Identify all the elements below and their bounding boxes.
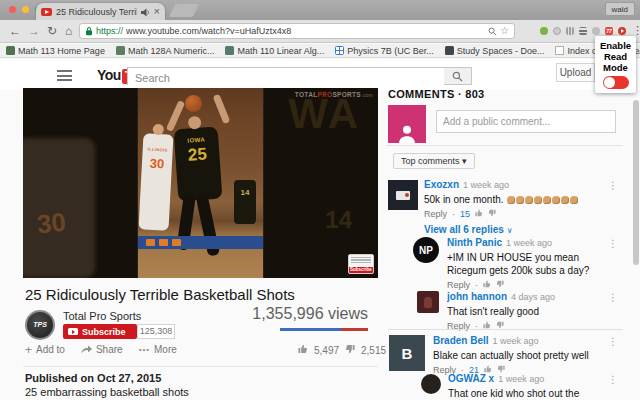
dislike-bar-segment bbox=[341, 328, 368, 331]
subscribe-label: Subscribe bbox=[82, 327, 126, 337]
comment-author[interactable]: john hannon bbox=[447, 291, 507, 302]
sort-comments-button[interactable]: Top comments ▾ bbox=[393, 153, 475, 169]
illinois-player: ILLINOIS 30 bbox=[139, 133, 174, 230]
toggle-knob bbox=[604, 77, 615, 88]
comment-time[interactable]: 1 week ago bbox=[463, 180, 509, 190]
bookmark-item[interactable]: Physics 7B (UC Ber... bbox=[335, 46, 434, 56]
channel-avatar[interactable]: TPS bbox=[25, 310, 55, 340]
clap-emoji-icon bbox=[561, 196, 569, 204]
close-window-button[interactable] bbox=[9, 6, 16, 13]
extension-icon[interactable] bbox=[553, 27, 561, 35]
profile-name-chip[interactable]: wald bbox=[605, 2, 635, 16]
extension-icon[interactable]: 77 bbox=[605, 27, 613, 35]
lock-icon bbox=[85, 22, 93, 40]
bookmark-star-icon[interactable]: ☆ bbox=[500, 26, 509, 36]
reload-icon[interactable]: ↻ bbox=[47, 23, 57, 39]
commenter-avatar[interactable]: NP bbox=[413, 237, 439, 263]
search-input[interactable] bbox=[128, 70, 444, 86]
comment-author[interactable]: Ninth Panic bbox=[447, 237, 502, 248]
comment-author[interactable]: Braden Bell bbox=[433, 335, 489, 346]
iowa-player: IOWA 25 bbox=[174, 127, 223, 202]
clap-emoji-icon bbox=[516, 196, 524, 204]
back-icon[interactable]: ← bbox=[9, 23, 21, 39]
logo-you-text: You bbox=[97, 67, 121, 83]
comment-author[interactable]: OGWAZ x bbox=[448, 373, 494, 384]
divider bbox=[386, 145, 623, 146]
extension-icon[interactable] bbox=[540, 27, 548, 35]
reply-button[interactable]: Reply bbox=[447, 321, 470, 332]
tab-audio-icon[interactable] bbox=[141, 3, 150, 21]
like-ratio-bar bbox=[280, 328, 368, 331]
thumbs-down-icon[interactable] bbox=[488, 209, 496, 220]
popup-label: Mode bbox=[597, 62, 634, 73]
bookmark-label: Study Spaces - Doe... bbox=[457, 46, 545, 56]
commenter-avatar[interactable] bbox=[388, 180, 418, 210]
upload-button[interactable]: Upload bbox=[556, 63, 595, 82]
address-bar[interactable]: https:// www.youtube.com/watch?v=uHafUzt… bbox=[79, 23, 515, 39]
subscribe-watermark-badge[interactable]: Subscribe bbox=[348, 254, 374, 274]
comment-input[interactable] bbox=[437, 111, 615, 132]
home-icon[interactable]: ⌂ bbox=[65, 23, 72, 39]
thumbs-up-icon[interactable] bbox=[475, 209, 483, 220]
commenter-avatar[interactable] bbox=[417, 291, 439, 313]
comment-menu-icon[interactable]: ⋮ bbox=[608, 336, 618, 347]
popup-label: Read bbox=[597, 51, 634, 62]
comment-composer bbox=[436, 110, 616, 133]
thumbs-up-icon[interactable] bbox=[483, 321, 491, 332]
youtube-play-icon bbox=[68, 328, 78, 335]
comment-time[interactable]: 1 week ago bbox=[498, 374, 544, 384]
comment-menu-icon[interactable]: ⋮ bbox=[608, 374, 618, 385]
bookmark-item[interactable]: Math 113 Home Page bbox=[6, 46, 105, 56]
commenter-avatar[interactable]: B bbox=[389, 335, 425, 371]
bookmark-item[interactable]: Math 110 Linear Alg... bbox=[225, 46, 324, 56]
thumbs-down-icon[interactable] bbox=[496, 321, 504, 332]
clap-emoji-icon bbox=[525, 196, 533, 204]
forward-icon[interactable]: → bbox=[28, 23, 40, 39]
extension-icon[interactable] bbox=[566, 27, 574, 35]
comment-text: Blake can actually shoot pretty well bbox=[433, 349, 608, 362]
channel-name[interactable]: Total Pro Sports bbox=[63, 310, 141, 322]
more-button[interactable]: •••More bbox=[139, 344, 177, 355]
hamburger-menu-icon[interactable] bbox=[57, 70, 72, 81]
comment-menu-icon[interactable]: ⋮ bbox=[608, 292, 618, 303]
video-player[interactable]: 30 WA 14 ILLINOIS 30 IOWA 25 14 TOTALPRO… bbox=[23, 88, 378, 278]
subscribe-button[interactable]: Subscribe bbox=[63, 324, 137, 339]
commenter-avatar[interactable] bbox=[421, 374, 441, 394]
comment-time[interactable]: 1 week ago bbox=[506, 238, 552, 248]
extension-icon[interactable] bbox=[579, 27, 587, 35]
reply-like-count: 15 bbox=[460, 209, 470, 220]
bookmark-favicon bbox=[116, 46, 125, 55]
comment-thread: ⋮ Exozxn1 week ago 50k in one month. Rep… bbox=[388, 178, 624, 237]
bookmark-favicon bbox=[6, 46, 15, 55]
search-button[interactable] bbox=[444, 67, 472, 85]
comment-time[interactable]: 4 days ago bbox=[511, 292, 555, 302]
background-jersey-number: 14 bbox=[325, 206, 352, 234]
read-mode-toggle[interactable] bbox=[603, 76, 629, 89]
add-to-button[interactable]: +Add to bbox=[25, 344, 65, 355]
bookmark-item[interactable]: Study Spaces - Doe... bbox=[445, 46, 545, 56]
video-description: 25 embarrassing basketball shots bbox=[25, 386, 189, 398]
tab-close-icon[interactable]: × bbox=[154, 6, 160, 17]
thumbs-down-icon[interactable] bbox=[345, 344, 355, 356]
comment-time[interactable]: 1 week ago bbox=[493, 336, 539, 346]
thumbs-up-icon[interactable] bbox=[298, 344, 308, 356]
reply-button[interactable]: Reply bbox=[424, 209, 447, 220]
share-button[interactable]: Share bbox=[81, 344, 123, 355]
read-mode-extension-icon[interactable] bbox=[618, 27, 626, 35]
comment-menu-icon[interactable]: ⋮ bbox=[608, 180, 618, 191]
more-dots-icon: ••• bbox=[139, 345, 150, 354]
bookmark-item[interactable]: Math 128A Numeric... bbox=[116, 46, 215, 56]
view-count: 1,355,996 views bbox=[180, 305, 368, 323]
browser-window: 25 Ridiculously Terrible Bas × wald ← → … bbox=[0, 0, 640, 400]
minimize-window-button[interactable] bbox=[22, 6, 29, 13]
comment-menu-icon[interactable]: ⋮ bbox=[608, 238, 618, 249]
page-scrollbar[interactable] bbox=[633, 100, 639, 265]
comment-author[interactable]: Exozxn bbox=[424, 179, 459, 190]
zoom-page-icon[interactable] bbox=[488, 22, 497, 40]
dislike-count: 2,515 bbox=[361, 345, 386, 356]
new-tab-button[interactable] bbox=[169, 4, 199, 17]
popup-label: Enable bbox=[597, 40, 634, 51]
browser-tab[interactable]: 25 Ridiculously Terrible Bas × bbox=[36, 3, 165, 20]
extension-icon[interactable] bbox=[592, 27, 600, 35]
divider bbox=[388, 329, 623, 330]
